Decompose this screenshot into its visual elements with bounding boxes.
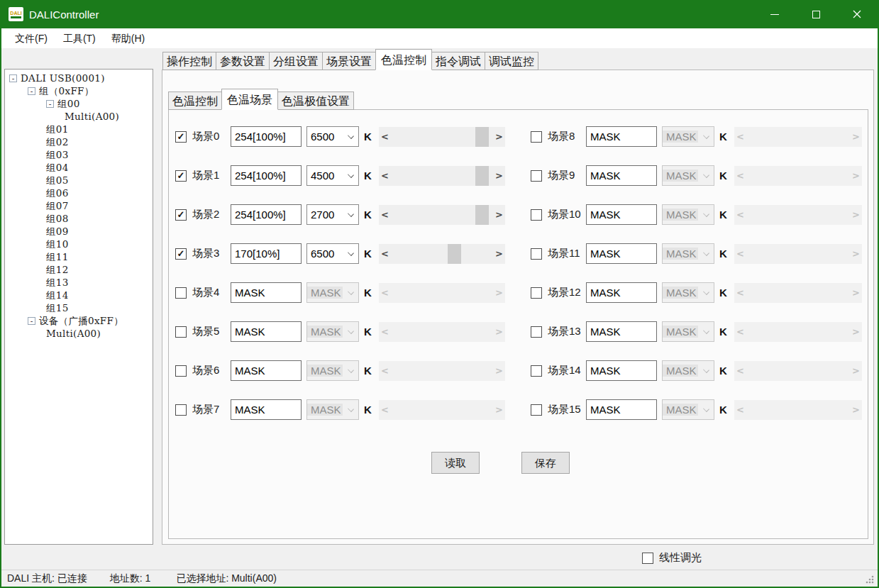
sub-tab-0[interactable]: 色温控制 bbox=[168, 91, 222, 110]
tree-node-13[interactable]: 组10 bbox=[5, 238, 153, 250]
tree-node-15[interactable]: 组12 bbox=[5, 263, 153, 276]
scene-level-input[interactable]: MASK bbox=[586, 165, 657, 186]
scrollbar-track[interactable] bbox=[391, 205, 493, 225]
scrollbar-right-arrow-icon[interactable]: > bbox=[493, 166, 505, 186]
scene-checkbox[interactable] bbox=[531, 365, 542, 377]
tree-node-7[interactable]: 组04 bbox=[5, 161, 153, 174]
save-button[interactable]: 保存 bbox=[521, 452, 570, 474]
scene-checkbox[interactable]: ✓ bbox=[175, 131, 187, 143]
scrollbar-left-arrow-icon[interactable]: < bbox=[379, 166, 391, 186]
sub-tab-1[interactable]: 色温场景 bbox=[221, 89, 278, 110]
main-tab-6[interactable]: 调试监控 bbox=[485, 52, 538, 70]
scene-level-input[interactable]: MASK bbox=[586, 204, 657, 225]
scene-scrollbar[interactable]: <> bbox=[379, 244, 505, 264]
main-tab-4[interactable]: 色温控制 bbox=[375, 49, 432, 70]
read-button[interactable]: 读取 bbox=[431, 452, 480, 474]
scene-level-input[interactable]: 254[100%] bbox=[231, 165, 302, 186]
scene-checkbox[interactable] bbox=[531, 287, 542, 299]
tree-expander-icon[interactable]: - bbox=[28, 87, 35, 95]
scene-scrollbar[interactable]: <> bbox=[379, 166, 505, 186]
scene-scrollbar[interactable]: <> bbox=[379, 205, 505, 225]
tree-node-8[interactable]: 组05 bbox=[5, 174, 153, 187]
scene-checkbox[interactable] bbox=[531, 131, 542, 143]
scene-level-input[interactable]: 254[100%] bbox=[231, 126, 302, 147]
scene-temp-select[interactable]: 2700 bbox=[306, 204, 359, 225]
tree-node-19[interactable]: -设备（广播0xFF） bbox=[5, 314, 153, 327]
scrollbar-left-arrow-icon[interactable]: < bbox=[379, 205, 391, 225]
tree-node-2[interactable]: -组00 bbox=[5, 97, 153, 110]
scene-level-input[interactable]: MASK bbox=[231, 321, 302, 342]
tree-node-11[interactable]: 组08 bbox=[5, 212, 153, 225]
tree-node-5[interactable]: 组02 bbox=[5, 135, 153, 148]
tree-node-3[interactable]: Multi(A00) bbox=[5, 110, 153, 123]
tree-node-18[interactable]: 组15 bbox=[5, 301, 153, 314]
scrollbar-track[interactable] bbox=[391, 166, 493, 186]
maximize-button[interactable] bbox=[795, 0, 836, 28]
tree-node-4[interactable]: 组01 bbox=[5, 123, 153, 135]
scene-level-input[interactable]: 254[100%] bbox=[231, 204, 302, 225]
tree-node-9[interactable]: 组06 bbox=[5, 187, 153, 199]
scene-checkbox[interactable]: ✓ bbox=[175, 248, 187, 260]
scene-checkbox[interactable]: ✓ bbox=[175, 209, 187, 221]
menu-item-1[interactable]: 工具(T) bbox=[55, 28, 104, 48]
main-tab-2[interactable]: 分组设置 bbox=[269, 52, 323, 70]
main-tab-5[interactable]: 指令调试 bbox=[431, 52, 485, 70]
tree-node-0[interactable]: -DALI USB(0001) bbox=[5, 72, 153, 84]
scrollbar-track[interactable] bbox=[391, 244, 493, 264]
tree-node-17[interactable]: 组14 bbox=[5, 289, 153, 301]
scene-checkbox[interactable] bbox=[175, 365, 187, 377]
resize-grip-icon[interactable] bbox=[865, 575, 875, 584]
scrollbar-right-arrow-icon[interactable]: > bbox=[493, 205, 505, 225]
tree-node-14[interactable]: 组11 bbox=[5, 250, 153, 263]
scene-level-input[interactable]: 170[10%] bbox=[231, 243, 302, 264]
scrollbar-thumb[interactable] bbox=[475, 205, 489, 225]
scene-temp-select[interactable]: 4500 bbox=[306, 165, 359, 186]
minimize-button[interactable] bbox=[754, 0, 795, 28]
tree-expander-icon[interactable]: - bbox=[28, 317, 35, 325]
tree-node-20[interactable]: Multi(A00) bbox=[5, 327, 153, 340]
scrollbar-right-arrow-icon[interactable]: > bbox=[493, 244, 505, 264]
scrollbar-track[interactable] bbox=[391, 127, 493, 147]
scene-checkbox[interactable] bbox=[531, 326, 542, 338]
sub-tab-2[interactable]: 色温极值设置 bbox=[277, 91, 354, 110]
scene-checkbox[interactable] bbox=[175, 326, 187, 338]
scrollbar-right-arrow-icon[interactable]: > bbox=[493, 127, 505, 147]
scrollbar-left-arrow-icon[interactable]: < bbox=[379, 127, 391, 147]
scene-level-input[interactable]: MASK bbox=[586, 360, 657, 381]
scene-checkbox[interactable]: ✓ bbox=[175, 170, 187, 182]
linear-dimming-checkbox[interactable] bbox=[642, 553, 653, 564]
tree-expander-icon[interactable]: - bbox=[9, 74, 17, 82]
close-button[interactable] bbox=[836, 0, 878, 28]
scene-checkbox[interactable] bbox=[531, 170, 542, 182]
scene-level-input[interactable]: MASK bbox=[231, 399, 302, 420]
tree-node-10[interactable]: 组07 bbox=[5, 199, 153, 212]
menu-item-0[interactable]: 文件(F) bbox=[7, 28, 55, 48]
scene-level-input[interactable]: MASK bbox=[231, 282, 302, 303]
scene-level-input[interactable]: MASK bbox=[586, 282, 657, 303]
main-tab-3[interactable]: 场景设置 bbox=[322, 52, 376, 70]
scrollbar-thumb[interactable] bbox=[475, 127, 489, 147]
main-tab-0[interactable]: 操作控制 bbox=[162, 52, 216, 70]
menu-item-2[interactable]: 帮助(H) bbox=[104, 28, 153, 48]
scene-scrollbar[interactable]: <> bbox=[379, 127, 505, 147]
scrollbar-thumb[interactable] bbox=[448, 244, 461, 264]
tree-node-12[interactable]: 组09 bbox=[5, 225, 153, 238]
tree-node-16[interactable]: 组13 bbox=[5, 276, 153, 289]
scene-checkbox[interactable] bbox=[531, 209, 542, 221]
tree-node-6[interactable]: 组03 bbox=[5, 148, 153, 161]
scene-checkbox[interactable] bbox=[531, 248, 542, 260]
tree-expander-icon[interactable]: - bbox=[46, 100, 54, 108]
scene-level-input[interactable]: MASK bbox=[586, 321, 657, 342]
scene-level-input[interactable]: MASK bbox=[231, 360, 302, 381]
scene-checkbox[interactable] bbox=[175, 404, 187, 416]
scene-level-input[interactable]: MASK bbox=[586, 243, 657, 264]
scene-temp-select[interactable]: 6500 bbox=[306, 126, 359, 147]
scene-checkbox[interactable] bbox=[175, 287, 187, 299]
scene-checkbox[interactable] bbox=[531, 404, 542, 416]
tree-node-1[interactable]: -组（0xFF） bbox=[5, 84, 153, 97]
scrollbar-left-arrow-icon[interactable]: < bbox=[379, 244, 391, 264]
scrollbar-thumb[interactable] bbox=[475, 166, 489, 186]
scene-level-input[interactable]: MASK bbox=[586, 126, 657, 147]
main-tab-1[interactable]: 参数设置 bbox=[216, 52, 270, 70]
scene-level-input[interactable]: MASK bbox=[586, 399, 657, 420]
